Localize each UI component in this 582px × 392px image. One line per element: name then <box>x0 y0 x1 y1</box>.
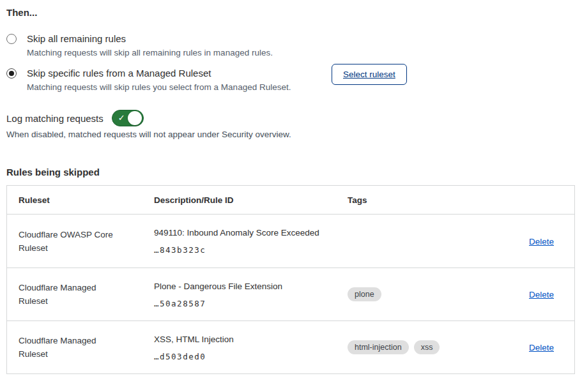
option-label[interactable]: Skip specific rules from a Managed Rules… <box>27 67 291 79</box>
radio-dot <box>9 71 14 76</box>
ruleset-cell: Cloudflare OWASP Core Ruleset <box>7 228 142 255</box>
column-header-tags: Tags <box>336 195 483 205</box>
actions-cell: Delete <box>483 342 574 353</box>
ruleset-cell: Cloudflare Managed Ruleset <box>7 281 142 308</box>
delete-link[interactable]: Delete <box>529 237 554 246</box>
table-row: Cloudflare Managed Ruleset Plone - Dange… <box>7 268 574 320</box>
rules-skipped-table: Ruleset Description/Rule ID Tags Cloudfl… <box>6 185 575 374</box>
radio-skip-all-rules[interactable] <box>6 34 17 44</box>
delete-link[interactable]: Delete <box>529 290 554 299</box>
tags-cell: plone <box>336 287 483 302</box>
description-cell: 949110: Inbound Anomaly Score Exceeded …… <box>142 227 336 255</box>
rule-id: …50a28587 <box>154 299 336 308</box>
rule-id: …843b323c <box>154 245 336 255</box>
log-toggle-label: Log matching requests <box>6 113 103 124</box>
select-ruleset-button-label: Select ruleset <box>343 70 395 79</box>
tag-badge: plone <box>348 287 381 302</box>
log-toggle-description: When disabled, matched requests will not… <box>6 130 291 139</box>
ruleset-cell: Cloudflare Managed Ruleset <box>7 334 142 361</box>
option-description: Matching requests will skip rules you se… <box>27 82 291 93</box>
description-cell: Plone - Dangerous File Extension …50a285… <box>142 281 336 308</box>
tag-badge: html-injection <box>348 340 409 355</box>
tags-cell: html-injection xss <box>336 340 483 355</box>
column-header-ruleset: Ruleset <box>7 195 142 205</box>
log-matching-requests-row: Log matching requests ✓ <box>6 110 144 126</box>
option-description: Matching requests will skip all remainin… <box>27 48 273 58</box>
waf-rule-action-panel: Then... Skip all remaining rules Matchin… <box>0 0 582 392</box>
table-row: Cloudflare OWASP Core Ruleset 949110: In… <box>7 215 574 268</box>
tag-badge: xss <box>414 340 440 355</box>
select-ruleset-button[interactable]: Select ruleset <box>332 64 407 85</box>
option-text: Skip all remaining rules Matching reques… <box>27 33 273 58</box>
actions-cell: Delete <box>483 289 574 300</box>
rule-description: XSS, HTML Injection <box>154 334 336 345</box>
option-label[interactable]: Skip all remaining rules <box>27 33 273 45</box>
rule-description: 949110: Inbound Anomaly Score Exceeded <box>154 227 336 238</box>
toggle-knob <box>128 111 142 125</box>
check-icon: ✓ <box>118 114 125 122</box>
actions-cell: Delete <box>483 236 574 247</box>
table-header-row: Ruleset Description/Rule ID Tags <box>7 186 574 215</box>
option-skip-all-rules: Skip all remaining rules Matching reques… <box>6 33 273 58</box>
rule-description: Plone - Dangerous File Extension <box>154 281 336 292</box>
radio-skip-specific-rules[interactable] <box>6 68 17 79</box>
rule-id: …d503ded0 <box>154 352 336 361</box>
description-cell: XSS, HTML Injection …d503ded0 <box>142 334 336 361</box>
delete-link[interactable]: Delete <box>529 343 554 352</box>
then-heading: Then... <box>6 7 37 18</box>
column-header-description: Description/Rule ID <box>142 195 336 205</box>
option-text: Skip specific rules from a Managed Rules… <box>27 67 291 93</box>
table-row: Cloudflare Managed Ruleset XSS, HTML Inj… <box>7 320 574 373</box>
rules-skipped-heading: Rules being skipped <box>6 167 100 177</box>
option-skip-specific-rules: Skip specific rules from a Managed Rules… <box>6 67 291 93</box>
log-toggle-switch[interactable]: ✓ <box>112 110 144 126</box>
